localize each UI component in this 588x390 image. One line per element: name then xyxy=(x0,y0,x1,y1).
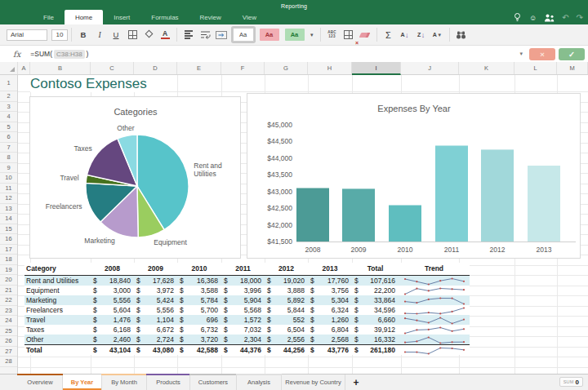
formula-bar[interactable]: fx =SUM( C38:H38 ) ▾ × ✓ xyxy=(0,46,588,63)
row-header-19[interactable]: 19 xyxy=(0,265,17,276)
column-header-E[interactable]: E xyxy=(177,62,221,74)
table-row-rent-and-utilities[interactable]: Rent and Utilities$18,840$17,628$16,368$… xyxy=(24,276,470,286)
value-cell[interactable]: $33,864 xyxy=(352,295,399,305)
value-cell[interactable]: $34,596 xyxy=(352,305,399,315)
value-cell[interactable]: $3,888 xyxy=(265,286,308,295)
value-cell[interactable]: $2,556 xyxy=(265,335,308,345)
value-cell[interactable]: $1,260 xyxy=(308,315,352,325)
value-cell[interactable]: $7,032 xyxy=(221,325,265,335)
value-cell[interactable]: $3,996 xyxy=(221,286,265,295)
undo-icon[interactable]: ↶ xyxy=(562,14,568,22)
find-button[interactable] xyxy=(454,28,468,42)
value-cell[interactable]: $6,804 xyxy=(308,325,352,335)
row-header-4[interactable]: 4 xyxy=(0,112,17,122)
column-header-B[interactable]: B xyxy=(30,62,91,74)
row-header-3[interactable]: 3 xyxy=(0,102,17,113)
italic-button[interactable]: I xyxy=(93,28,107,42)
category-cell[interactable]: Freelancers xyxy=(24,305,91,315)
expenses-table[interactable]: Category200820092010201120122013TotalTre… xyxy=(24,263,470,355)
row-header-14[interactable]: 14 xyxy=(0,214,17,224)
cell-style-default-chip[interactable]: Aa xyxy=(233,28,254,42)
value-cell[interactable]: $44,376 xyxy=(221,345,265,356)
column-header-C[interactable]: C xyxy=(91,62,134,74)
column-header-I[interactable]: I xyxy=(352,62,401,75)
category-cell[interactable]: Rent and Utilities xyxy=(24,276,91,286)
formula-range-chip[interactable]: C38:H38 xyxy=(54,50,85,59)
value-cell[interactable]: $5,784 xyxy=(177,295,221,305)
value-cell[interactable]: $5,844 xyxy=(265,305,308,315)
value-cell[interactable]: $16,368 xyxy=(177,276,221,286)
bar-2008[interactable] xyxy=(296,188,329,242)
underline-button[interactable]: U xyxy=(109,28,123,42)
value-cell[interactable]: $42,588 xyxy=(177,345,221,356)
categories-pie-chart[interactable]: CategoriesRent andUtilitiesEquipmentMark… xyxy=(29,96,241,259)
ribbon-tab-insert[interactable]: Insert xyxy=(103,11,140,24)
bar-2011[interactable] xyxy=(435,146,468,242)
row-header-18[interactable]: 18 xyxy=(0,255,17,265)
tell-me-lightbulb-icon[interactable] xyxy=(513,11,522,25)
number-format-button[interactable]: ABC123 xyxy=(325,28,339,42)
value-cell[interactable]: $6,504 xyxy=(265,325,308,335)
add-sheet-button[interactable]: + xyxy=(345,374,367,390)
redo-icon[interactable]: ↷ xyxy=(577,14,583,22)
row-header-10[interactable]: 10 xyxy=(0,173,17,184)
value-cell[interactable]: $39,912 xyxy=(352,325,399,335)
clear-button[interactable] xyxy=(358,28,372,42)
row-header-5[interactable]: 5 xyxy=(0,122,17,133)
value-cell[interactable]: $2,568 xyxy=(308,335,352,345)
value-cell[interactable]: $44,256 xyxy=(265,345,308,356)
cancel-entry-button[interactable]: × xyxy=(529,48,555,60)
row-header-21[interactable]: 21 xyxy=(0,286,17,296)
bar-2012[interactable] xyxy=(481,149,514,242)
category-cell[interactable]: Marketing xyxy=(24,295,91,305)
row-header-22[interactable]: 22 xyxy=(0,295,17,306)
row-header-2[interactable]: 2 xyxy=(0,91,17,102)
category-cell[interactable]: Other xyxy=(24,335,91,345)
value-cell[interactable]: $107,616 xyxy=(352,276,399,286)
ribbon-tab-formulas[interactable]: Formulas xyxy=(140,11,189,24)
row-header-20[interactable]: 20 xyxy=(0,275,17,286)
select-all-corner[interactable] xyxy=(0,62,18,74)
autosum-button[interactable]: Σ xyxy=(381,28,395,42)
trend-sparkline-cell[interactable] xyxy=(399,335,470,345)
value-cell[interactable]: $5,904 xyxy=(221,295,265,305)
table-row-taxes[interactable]: Taxes$6,168$6,672$6,732$7,032$6,504$6,80… xyxy=(24,325,470,335)
row-header-13[interactable]: 13 xyxy=(0,204,17,215)
value-cell[interactable]: $43,104 xyxy=(91,345,134,356)
value-cell[interactable]: $1,476 xyxy=(91,315,134,325)
borders-button[interactable] xyxy=(126,28,140,42)
row-header-26[interactable]: 26 xyxy=(0,336,17,347)
sort-ascending-button[interactable]: A↓ xyxy=(398,28,412,42)
value-cell[interactable]: $3,756 xyxy=(308,286,352,295)
column-header-K[interactable]: K xyxy=(459,62,514,74)
sheet-tab-analysis[interactable]: Analysis xyxy=(237,374,282,390)
trend-sparkline-cell[interactable] xyxy=(399,345,470,356)
column-header-D[interactable]: D xyxy=(134,62,177,74)
category-cell[interactable]: Travel xyxy=(24,315,91,325)
value-cell[interactable]: $2,304 xyxy=(221,335,265,345)
sheet-tab-by-month[interactable]: By Month xyxy=(102,374,147,390)
bar-2009[interactable] xyxy=(342,188,375,242)
value-cell[interactable]: $18,840 xyxy=(91,276,134,286)
column-header-F[interactable]: F xyxy=(221,62,265,74)
value-cell[interactable]: $6,672 xyxy=(134,325,177,335)
row-header-28[interactable]: 28 xyxy=(0,357,17,367)
value-cell[interactable]: $5,700 xyxy=(177,305,221,315)
value-cell[interactable]: $2,724 xyxy=(134,335,177,345)
bar-2010[interactable] xyxy=(389,206,421,242)
trend-sparkline-cell[interactable] xyxy=(399,315,470,325)
value-cell[interactable]: $6,660 xyxy=(352,315,399,325)
row-header-16[interactable]: 16 xyxy=(0,234,17,245)
value-cell[interactable]: $3,972 xyxy=(134,286,177,295)
font-size-box[interactable]: 10 xyxy=(51,29,68,41)
formula-expand-chevron-icon[interactable]: ▾ xyxy=(519,51,529,57)
column-header-J[interactable]: J xyxy=(401,62,459,74)
row-header-7[interactable]: 7 xyxy=(0,143,17,153)
value-cell[interactable]: $16,332 xyxy=(352,335,399,345)
value-cell[interactable]: $552 xyxy=(265,315,308,325)
ribbon-tab-file[interactable]: File xyxy=(33,11,65,24)
value-cell[interactable]: $18,000 xyxy=(221,276,265,286)
row-header-24[interactable]: 24 xyxy=(0,316,17,326)
value-cell[interactable]: $43,776 xyxy=(308,345,352,356)
expenses-bar-chart[interactable]: Expenses By Year$41,500$42,000$42,500$43… xyxy=(247,93,581,259)
